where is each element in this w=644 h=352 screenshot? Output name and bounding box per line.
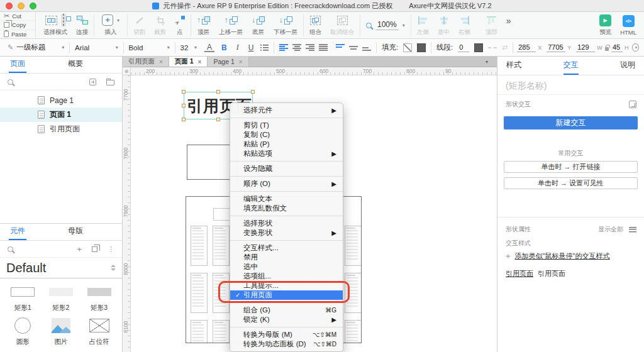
cut-button[interactable]: ✂Cut bbox=[0, 12, 35, 21]
library-stepper-icon[interactable] bbox=[111, 265, 116, 271]
html-export-button[interactable]: </> HTML bbox=[616, 12, 644, 38]
menu-item[interactable] bbox=[230, 161, 343, 162]
resize-handle-s[interactable] bbox=[216, 118, 220, 121]
font-weight-dropdown[interactable]: Bold ▾ bbox=[125, 44, 173, 52]
search-icon[interactable] bbox=[8, 79, 13, 85]
resize-handle-n[interactable] bbox=[216, 90, 220, 94]
point-button[interactable]: 点 bbox=[170, 12, 189, 38]
tab-widgets[interactable]: 元件 bbox=[9, 226, 26, 240]
italic-button[interactable]: I bbox=[234, 43, 242, 52]
width-input[interactable]: 129 bbox=[576, 43, 595, 52]
menu-item[interactable]: 选中 bbox=[230, 262, 343, 272]
menu-item[interactable]: 粘贴选项 ▶ bbox=[230, 149, 343, 158]
menu-item[interactable]: 填充乱数假文 bbox=[230, 204, 343, 213]
insert-button[interactable]: +▾ 插入 bbox=[96, 12, 126, 38]
send-to-back-button[interactable]: ↓ 底层 bbox=[247, 12, 269, 38]
menu-item[interactable]: 复制 (C) bbox=[230, 130, 343, 140]
canvas-tab[interactable]: Page 1 × bbox=[208, 57, 248, 67]
copy-button[interactable]: Copy bbox=[0, 21, 35, 30]
new-interaction-button[interactable]: 新建交互 bbox=[504, 116, 638, 129]
menu-item[interactable]: 顺序 (O) ▶ bbox=[230, 179, 343, 189]
menu-item[interactable]: 转换为母版 (M) ⌥⇧⌘M bbox=[230, 330, 343, 339]
bullet-list-icon[interactable] bbox=[260, 44, 269, 51]
tab-pages[interactable]: 页面 bbox=[9, 58, 26, 73]
widget-item[interactable]: 图片 bbox=[42, 316, 80, 348]
show-all-link[interactable]: 显示全部 bbox=[598, 225, 623, 234]
bold-button[interactable]: B bbox=[219, 43, 230, 52]
menu-item[interactable]: 设为隐藏 bbox=[230, 164, 343, 173]
lock-ratio-icon[interactable] bbox=[605, 47, 609, 51]
quick-action-button[interactable]: 单击时 → 设置可见性 bbox=[504, 177, 638, 189]
close-tab-icon[interactable]: × bbox=[239, 58, 243, 65]
library-menu-icon[interactable]: ⋮ bbox=[108, 245, 114, 253]
widget-name-input[interactable]: (矩形名称) bbox=[506, 80, 547, 92]
fill-none-swatch[interactable] bbox=[403, 43, 412, 52]
widget-item[interactable]: 矩形1 bbox=[4, 282, 42, 314]
tab-interactions[interactable]: 交互 bbox=[564, 60, 579, 75]
quick-action-button[interactable]: 单击时 → 打开链接 bbox=[504, 161, 638, 173]
menu-item[interactable]: 工具提示... bbox=[230, 281, 343, 290]
menu-item[interactable]: 编辑文本 bbox=[230, 194, 343, 204]
widgets-search-icon[interactable] bbox=[8, 246, 13, 252]
group-button[interactable]: 组合 bbox=[305, 12, 326, 38]
text-align-left-icon[interactable] bbox=[279, 44, 288, 51]
menu-item[interactable]: 选项组... bbox=[230, 272, 343, 281]
tabs-overflow-caret-icon[interactable]: ▾ bbox=[486, 59, 488, 65]
add-folder-icon[interactable] bbox=[106, 80, 114, 85]
menu-item[interactable]: 选择元件 ▶ bbox=[230, 106, 343, 115]
vertical-align-bottom-icon[interactable] bbox=[362, 44, 371, 51]
select-mode-button[interactable]: 选择模式 bbox=[36, 12, 72, 38]
add-interaction-style-link[interactable]: + 添加类似"鼠标悬停"的交互样式 bbox=[506, 251, 609, 261]
move-up-button[interactable]: ↑ 上移一层 bbox=[214, 12, 247, 38]
bring-to-front-button[interactable]: ↑ 顶层 bbox=[192, 12, 214, 38]
widget-item[interactable]: 矩形2 bbox=[42, 282, 80, 314]
tab-notes[interactable]: 说明 bbox=[620, 60, 635, 75]
menu-item[interactable]: 粘贴 (P) bbox=[230, 140, 343, 149]
height-input[interactable]: 45 bbox=[611, 43, 623, 52]
resize-handle-nw[interactable] bbox=[182, 90, 186, 94]
duplicate-library-icon[interactable] bbox=[92, 246, 97, 252]
resize-handle-w[interactable] bbox=[182, 104, 186, 107]
y-position-input[interactable]: 7705 bbox=[547, 43, 565, 52]
menu-item[interactable] bbox=[230, 191, 343, 192]
preview-button[interactable]: ▶ 预览 bbox=[595, 12, 616, 38]
menu-item[interactable] bbox=[230, 216, 343, 216]
zoom-caret-icon[interactable]: ▾ bbox=[402, 23, 405, 28]
menu-item[interactable]: ✓ 引用页面 bbox=[230, 290, 343, 300]
zoom-control[interactable]: 100% ▾ bbox=[362, 12, 409, 38]
line-color-swatch[interactable] bbox=[474, 43, 483, 52]
page-tree-item[interactable]: 引用页面 bbox=[0, 122, 122, 136]
menu-item[interactable]: 组合 (G) ⌘G bbox=[230, 305, 343, 315]
fill-color-swatch[interactable] bbox=[417, 43, 426, 52]
text-align-right-icon[interactable] bbox=[306, 44, 314, 51]
widget-item[interactable]: 圆形 bbox=[4, 316, 42, 348]
menu-item[interactable]: 交互样式... bbox=[230, 243, 343, 253]
canvas-tab[interactable]: 页面 1 × bbox=[169, 57, 208, 67]
add-page-icon[interactable] bbox=[89, 79, 96, 85]
resize-handle-ne[interactable] bbox=[251, 90, 255, 94]
underline-button[interactable]: U bbox=[246, 43, 257, 52]
page-tree-item[interactable]: Page 1 bbox=[0, 93, 122, 107]
menu-item[interactable]: 变换形状 ▶ bbox=[230, 228, 343, 238]
menu-item[interactable] bbox=[230, 327, 343, 327]
tab-masters[interactable]: 母版 bbox=[67, 226, 84, 240]
widget-item[interactable]: 占位符 bbox=[80, 316, 118, 348]
add-library-icon[interactable]: + bbox=[77, 245, 82, 253]
move-down-button[interactable]: ↓ 下移一层 bbox=[269, 12, 302, 38]
vertical-align-middle-icon[interactable] bbox=[349, 44, 358, 51]
font-family-dropdown[interactable]: Arial ▾ bbox=[71, 44, 122, 52]
page-tree-item[interactable]: 页面 1 bbox=[0, 107, 122, 122]
menu-item[interactable]: 锁定 (K) ▶ bbox=[230, 315, 343, 324]
visibility-eye-icon[interactable] bbox=[632, 43, 639, 52]
tab-style[interactable]: 样式 bbox=[506, 60, 521, 75]
toolbar-overflow-button[interactable]: » bbox=[502, 12, 516, 38]
menu-item[interactable]: 剪切 (T) bbox=[230, 121, 343, 130]
paste-button[interactable]: Paste bbox=[0, 30, 35, 38]
text-align-justify-icon[interactable] bbox=[319, 44, 328, 51]
zoom-level[interactable]: 100% bbox=[375, 20, 399, 30]
font-size-dropdown[interactable]: 32 ▾ bbox=[177, 44, 201, 52]
x-position-input[interactable]: 285 bbox=[517, 43, 536, 52]
text-style-dropdown[interactable]: ✎ 一级标题 ▾ bbox=[4, 43, 68, 52]
insert-caret-icon[interactable]: ▾ bbox=[117, 18, 119, 23]
menu-item[interactable]: 选择形状 bbox=[230, 219, 343, 228]
